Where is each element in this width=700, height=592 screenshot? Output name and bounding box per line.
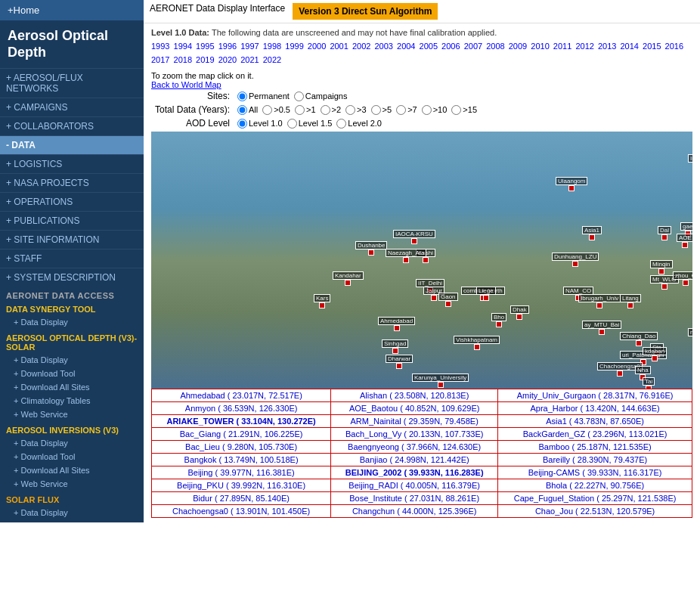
year-link[interactable]: 2008: [486, 42, 504, 51]
site-link[interactable]: Bac_Lieu ( 9.280N, 105.730E): [185, 442, 297, 451]
site-link[interactable]: Alishan ( 23.508N, 120.813E): [360, 391, 469, 400]
sidebar-item[interactable]: + COLLABORATORS: [0, 116, 144, 135]
sidebar-sub-item[interactable]: + Web Service: [0, 408, 144, 421]
site-link[interactable]: Chachoengsa0 ( 13.901N, 101.450E): [172, 507, 310, 516]
sidebar-sub-item[interactable]: + Download Tool: [0, 367, 144, 380]
map-site[interactable]: zhou_C: [673, 271, 692, 286]
map-site[interactable]: Ahmedabad: [378, 317, 415, 331]
year-link[interactable]: 2013: [598, 42, 616, 51]
sidebar-sub-item[interactable]: + Data Display: [0, 353, 144, 367]
total-data-option[interactable]: >10: [422, 105, 448, 115]
map-site[interactable]: Dushanbe: [355, 241, 387, 256]
site-link[interactable]: Bose_Institute ( 27.031N, 88.261E): [349, 494, 479, 503]
total-data-option[interactable]: >2: [321, 105, 342, 115]
site-link[interactable]: Bamboo ( 25.187N, 121.535E): [538, 442, 651, 451]
map-site[interactable]: Karunya_University: [412, 373, 469, 388]
site-link[interactable]: Baengnyeong ( 37.966N, 124.630E): [348, 442, 481, 451]
sidebar-item[interactable]: + NASA PROJECTS: [0, 173, 144, 192]
map-site[interactable]: Dunhuang_LZU: [552, 253, 599, 267]
site-link[interactable]: Bhola ( 22.227N, 90.756E): [546, 481, 644, 490]
sidebar-sub-item[interactable]: + Download All Sites: [0, 463, 144, 477]
map-site[interactable]: Tai: [643, 377, 655, 389]
map-site[interactable]: IAOCA-KRSU: [393, 230, 435, 244]
site-link[interactable]: BEIJING_2002 ( 39.933N, 116.283E): [345, 468, 484, 477]
site-link[interactable]: Ahmedabad ( 23.017N, 72.517E): [180, 391, 302, 400]
map-site[interactable]: Dhak: [510, 305, 529, 320]
site-link[interactable]: BackGarden_GZ ( 23.296N, 113.021E): [523, 429, 667, 439]
map-site[interactable]: ay_MTU_Bai: [582, 321, 621, 335]
year-link[interactable]: 2007: [464, 42, 482, 51]
map-site[interactable]: Litang: [620, 294, 641, 308]
site-link[interactable]: Cape_Fuguel_Station ( 25.297N, 121.538E): [514, 494, 677, 503]
site-link[interactable]: Bidur ( 27.895N, 85.140E): [193, 494, 290, 503]
map-site[interactable]: Minqin: [650, 260, 673, 274]
site-link[interactable]: Bangkok ( 13.749N, 100.518E): [184, 455, 299, 464]
total-data-option[interactable]: >0.5: [262, 105, 290, 115]
year-link[interactable]: 1993: [151, 42, 169, 51]
site-link[interactable]: Beijing_PKU ( 39.992N, 116.310E): [177, 481, 305, 490]
year-link[interactable]: 2002: [352, 42, 370, 51]
year-link[interactable]: 2004: [397, 42, 415, 51]
year-link[interactable]: 2019: [196, 55, 214, 64]
site-link[interactable]: Bac_Giang ( 21.291N, 106.225E): [180, 429, 303, 439]
site-link[interactable]: Bach_Long_Vy ( 20.133N, 107.733E): [345, 429, 483, 439]
site-link[interactable]: Amity_Univ_Gurgaon ( 28.317N, 76.916E): [517, 391, 674, 400]
map-site[interactable]: Dharwar: [386, 355, 413, 369]
year-link[interactable]: 2018: [174, 55, 192, 64]
site-link[interactable]: AOE_Baotou ( 40.852N, 109.629E): [349, 404, 479, 413]
home-button[interactable]: +Home: [0, 0, 144, 20]
year-link[interactable]: 2006: [441, 42, 460, 51]
year-link[interactable]: 2017: [151, 55, 169, 64]
map-site[interactable]: Asia1: [582, 226, 602, 240]
sidebar-sub-item[interactable]: + Data Display: [0, 436, 144, 450]
map-site[interactable]: Bho: [491, 313, 506, 327]
site-link[interactable]: ARM_Nainital ( 29.359N, 79.458E): [350, 417, 478, 426]
year-link[interactable]: 2011: [553, 42, 571, 51]
sidebar-item[interactable]: + CAMPAIGNS: [0, 98, 144, 116]
map-site[interactable]: ng_Vy: [688, 328, 692, 342]
year-link[interactable]: 2015: [643, 42, 661, 51]
site-link[interactable]: Beijing ( 39.977N, 116.381E): [187, 468, 294, 477]
map-site[interactable]: Liege: [476, 287, 496, 301]
sites-campaigns-option[interactable]: Campaigns: [294, 91, 348, 101]
site-link[interactable]: Banjiao ( 24.998N, 121.442E): [360, 455, 469, 464]
map-site[interactable]: Sinhgad: [382, 339, 408, 354]
year-link[interactable]: 2016: [665, 42, 683, 51]
year-link[interactable]: 2020: [218, 55, 237, 64]
map-site[interactable]: Irkutsk: [688, 154, 692, 169]
year-link[interactable]: 1997: [240, 42, 259, 51]
sidebar-sub-item[interactable]: + Climatology Tables: [0, 394, 144, 408]
map-site[interactable]: Kars: [314, 294, 330, 308]
year-link[interactable]: 1995: [196, 42, 214, 51]
total-data-option[interactable]: >5: [371, 105, 392, 115]
sidebar-item[interactable]: + AEROSOL/FLUX NETWORKS: [0, 68, 144, 98]
year-link[interactable]: 2001: [330, 42, 348, 51]
year-link[interactable]: 2010: [531, 42, 549, 51]
aod-level-option[interactable]: Level 2.0: [336, 119, 382, 129]
aod-level-option[interactable]: Level 1.5: [287, 119, 333, 129]
sidebar-sub-item[interactable]: + Data Display: [0, 506, 144, 519]
total-data-option[interactable]: >15: [451, 105, 477, 115]
year-link[interactable]: 2014: [620, 42, 638, 51]
year-link[interactable]: 2003: [374, 42, 392, 51]
map-site[interactable]: AOE: [677, 234, 692, 248]
map-site[interactable]: Ulaangom: [556, 177, 587, 191]
site-link[interactable]: Changchun ( 44.000N, 125.396E): [352, 507, 477, 516]
site-link[interactable]: Anmyon ( 36.539N, 126.330E): [185, 404, 298, 413]
total-data-option[interactable]: >1: [295, 105, 316, 115]
sidebar-item[interactable]: + SITE INFORMATION: [0, 230, 144, 249]
site-link[interactable]: Beijing-CAMS ( 39.933N, 116.317E): [528, 468, 662, 477]
map-site[interactable]: Gaon: [438, 293, 458, 307]
back-to-world-map[interactable]: Back to World Map: [151, 80, 221, 89]
site-link[interactable]: Apra_Harbor ( 13.420N, 144.663E): [530, 404, 659, 413]
site-link[interactable]: Bareilly ( 28.390N, 79.437E): [543, 455, 647, 464]
sidebar-item[interactable]: + OPERATIONS: [0, 192, 144, 211]
sidebar-item[interactable]: - DATA: [0, 135, 144, 154]
map-site[interactable]: Vishkhapatnam: [454, 336, 500, 350]
year-link[interactable]: 2000: [308, 42, 326, 51]
sidebar-item[interactable]: + PUBLICATIONS: [0, 211, 144, 230]
sidebar-sub-item[interactable]: + Data Display: [0, 315, 144, 329]
total-data-option[interactable]: >7: [396, 105, 417, 115]
map-site[interactable]: Ibrugarh_Univ: [578, 294, 621, 308]
aod-level-option[interactable]: Level 1.0: [237, 119, 283, 129]
